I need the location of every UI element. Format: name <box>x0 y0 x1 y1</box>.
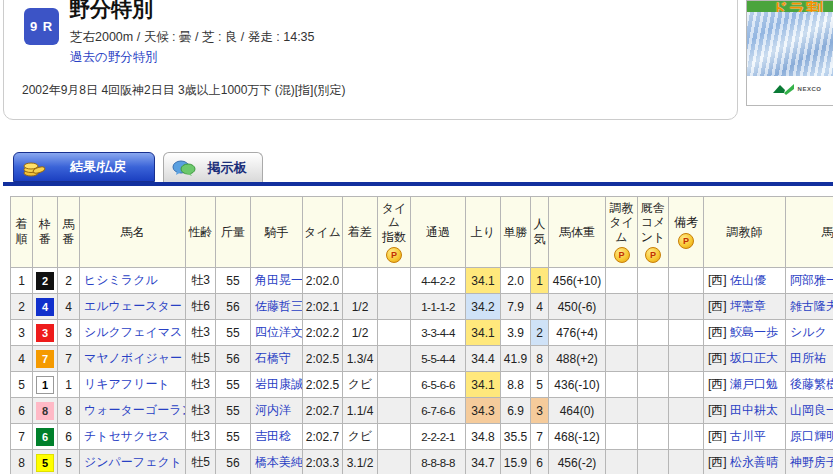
cell-time-index <box>378 320 411 346</box>
jockey-link[interactable]: 角田晃一 <box>255 273 303 287</box>
trainer-link[interactable]: 佐山優 <box>730 273 766 287</box>
cell-margin: 1/2 <box>343 294 378 320</box>
past-race-link[interactable]: 過去の野分特別 <box>70 49 158 66</box>
jockey-link[interactable]: 橋本美純 <box>255 455 303 469</box>
cell-win-odds: 6.9 <box>501 398 531 424</box>
trainer-link[interactable]: 田中耕太 <box>730 403 778 417</box>
cell-time-index <box>378 294 411 320</box>
cell-passing-order: 4-4-2-2 <box>411 268 466 294</box>
jockey-link[interactable]: 吉田稔 <box>255 429 291 443</box>
cell-remarks <box>669 268 704 294</box>
trainer-link[interactable]: 鮫島一歩 <box>730 325 778 339</box>
speech-bubbles-icon <box>172 159 196 177</box>
trainer-region: [西] <box>708 273 730 287</box>
cell-passing-order: 1-1-1-2 <box>411 294 466 320</box>
cell-stable-comment <box>638 346 669 372</box>
column-header: 上り <box>466 197 501 268</box>
horse-name-link[interactable]: エルウェースター <box>84 299 182 313</box>
cell-time-index <box>378 450 411 474</box>
jockey-link[interactable]: 河内洋 <box>255 403 291 417</box>
table-row: 477マヤノボイジャー牡556石橋守2:02.51.3/45-5-4-434.4… <box>11 346 833 372</box>
cell-owner: 神野房子 <box>786 450 833 474</box>
cell-last-3f: 34.1 <box>466 320 501 346</box>
cell-sex-age: 牡3 <box>186 424 216 450</box>
cell-trainer: [西] 坪憲章 <box>704 294 786 320</box>
cell-finish-position: 3 <box>11 320 33 346</box>
cell-passing-order: 8-8-8-8 <box>411 450 466 474</box>
bracket-badge: 5 <box>36 454 54 472</box>
owner-link[interactable]: 阿部雅一郎 <box>790 273 833 287</box>
cell-owner: シルク <box>786 320 833 346</box>
trainer-link[interactable]: 古川平 <box>730 429 766 443</box>
jockey-link[interactable]: 四位洋文 <box>255 325 303 339</box>
trainer-region: [西] <box>708 351 730 365</box>
horse-name-link[interactable]: リキアフリート <box>84 377 170 391</box>
cell-margin: 1/2 <box>343 320 378 346</box>
cell-bracket-number: 1 <box>33 372 58 398</box>
cell-jockey: 岩田康誠 <box>251 372 303 398</box>
cell-win-odds: 7.9 <box>501 294 531 320</box>
nexco-label: NEXCO <box>798 86 822 93</box>
horse-name-link[interactable]: ジンパーフェクト <box>84 455 182 469</box>
cell-time: 2:03.3 <box>303 450 343 474</box>
cell-horse-name: ヒシミラクル <box>80 268 186 294</box>
cell-margin: クビ <box>343 424 378 450</box>
cell-time-index <box>378 398 411 424</box>
cell-trainer: [西] 松永善晴 <box>704 450 786 474</box>
cell-carried-weight: 55 <box>216 268 251 294</box>
horse-name-link[interactable]: チトセサクセス <box>84 429 170 443</box>
cell-time: 2:02.5 <box>303 372 343 398</box>
ad-image <box>747 12 833 76</box>
horse-name-link[interactable]: シルクフェイマス <box>84 325 182 339</box>
ad-banner[interactable]: ドラ割 NEXCO <box>746 0 833 106</box>
cell-remarks <box>669 450 704 474</box>
trainer-link[interactable]: 坪憲章 <box>730 299 766 313</box>
column-header: 性齢 <box>186 197 216 268</box>
trainer-link[interactable]: 坂口正大 <box>730 351 778 365</box>
cell-last-3f: 34.3 <box>466 398 501 424</box>
race-conditions: 芝右2000m / 天候 : 曇 / 芝 : 良 / 発走 : 14:35 <box>70 29 315 46</box>
owner-link[interactable]: 田所祐 <box>790 351 826 365</box>
jockey-link[interactable]: 岩田康誠 <box>255 377 303 391</box>
owner-link[interactable]: 雑古隆夫 <box>790 299 833 313</box>
cell-win-odds: 2.0 <box>501 268 531 294</box>
owner-link[interactable]: 後藤繁樹 <box>790 377 833 391</box>
horse-name-link[interactable]: マヤノボイジャー <box>84 351 182 365</box>
cell-jockey: 河内洋 <box>251 398 303 424</box>
bracket-badge: 2 <box>36 272 54 290</box>
horse-name-link[interactable]: ヒシミラクル <box>84 273 158 287</box>
owner-link[interactable]: 山岡良一 <box>790 403 833 417</box>
tab-results-payout[interactable]: 結果/払戻 <box>13 152 155 182</box>
column-header: 単勝 <box>501 197 531 268</box>
tab-board[interactable]: 掲示板 <box>163 152 263 182</box>
cell-margin: クビ <box>343 372 378 398</box>
jockey-link[interactable]: 佐藤哲三 <box>255 299 303 313</box>
column-header: 騎手 <box>251 197 303 268</box>
cell-win-odds: 41.9 <box>501 346 531 372</box>
cell-bracket-number: 5 <box>33 450 58 474</box>
cell-trainer: [西] 佐山優 <box>704 268 786 294</box>
owner-link[interactable]: シルク <box>790 325 827 339</box>
owner-link[interactable]: 原口輝明 <box>790 429 833 443</box>
cell-owner: 阿部雅一郎 <box>786 268 833 294</box>
cell-popularity: 8 <box>531 346 549 372</box>
trainer-region: [西] <box>708 377 730 391</box>
table-row: 766チトセサクセス牡355吉田稔2:02.7クビ2-2-2-134.835.5… <box>11 424 833 450</box>
cell-bracket-number: 7 <box>33 346 58 372</box>
trainer-link[interactable]: 松永善晴 <box>730 455 778 469</box>
tab-bar: 結果/払戻 掲示板 <box>13 152 263 182</box>
owner-link[interactable]: 神野房子 <box>790 455 833 469</box>
cell-finish-position: 7 <box>11 424 33 450</box>
cell-trainer: [西] 瀬戸口勉 <box>704 372 786 398</box>
trainer-link[interactable]: 瀬戸口勉 <box>730 377 778 391</box>
cell-training-time <box>606 424 638 450</box>
column-header: 馬名 <box>80 197 186 268</box>
horse-name-link[interactable]: ウォーターゴーラン <box>84 403 186 417</box>
cell-last-3f: 34.8 <box>466 424 501 450</box>
jockey-link[interactable]: 石橋守 <box>255 351 291 365</box>
results-table: 着順枠番馬番馬名性齢斤量騎手タイム着差タイム 指数P通過上り単勝人気馬体重調教 … <box>10 196 833 474</box>
bracket-badge: 4 <box>36 298 54 316</box>
cell-finish-position: 1 <box>11 268 33 294</box>
column-header: 着順 <box>11 197 33 268</box>
bracket-badge: 8 <box>36 402 54 420</box>
